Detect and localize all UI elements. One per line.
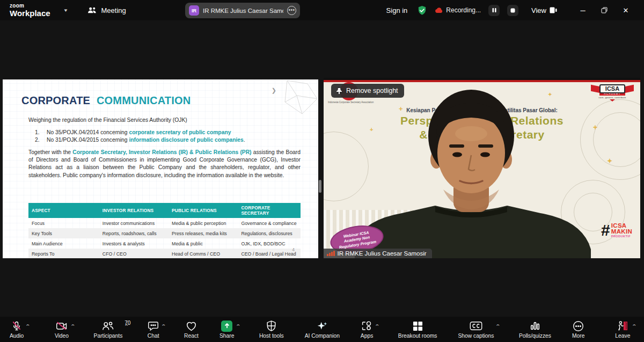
panel-resize-handle[interactable] <box>319 180 321 193</box>
participants-icon <box>101 321 114 332</box>
apps-options-chevron[interactable]: ⌃ <box>375 324 380 329</box>
remove-spotlight-label: Remove spotlight <box>346 87 398 94</box>
zoom-workplace-logo: zoom Workplace <box>10 3 50 17</box>
sign-in-link[interactable]: Sign in <box>386 6 408 14</box>
sparkle-icon: + <box>593 123 597 132</box>
share-button[interactable]: Share <box>216 319 237 340</box>
leave-door-icon <box>617 321 628 332</box>
tab-meeting[interactable]: Meeting <box>87 6 126 14</box>
slide-page-number: 4 <box>292 247 295 252</box>
slide-title-part1: CORPORATE <box>21 94 90 106</box>
polls-quizzes-button[interactable]: Polls/quizzes <box>516 319 554 340</box>
microphone-muted-icon <box>11 321 22 332</box>
chevron-decoration <box>610 99 615 101</box>
icsa-academy-logo: ICSA ACADEMY care, govern, contribute <box>592 84 633 101</box>
minimize-button[interactable]: ─ <box>572 0 594 20</box>
video-frame-red-bar <box>324 78 640 82</box>
regulation-link: information disclosure of public compani… <box>129 137 243 143</box>
list-item: 2. No 31/POJK.04/2015 concerning informa… <box>35 137 301 143</box>
more-button[interactable]: More <box>569 319 588 340</box>
avatar: IR <box>189 5 199 16</box>
apps-button[interactable]: Apps <box>357 319 376 340</box>
slide-intro: Weighing the regulation of the Financial… <box>28 117 301 123</box>
closed-captions-icon <box>470 321 482 332</box>
logo-text-workplace: Workplace <box>10 9 50 17</box>
pause-recording-button[interactable] <box>488 5 500 16</box>
comparison-table: ASPECT INVESTOR RELATIONS PUBLIC RELATIO… <box>28 203 301 258</box>
maximize-button[interactable] <box>594 0 615 20</box>
close-button[interactable]: ✕ <box>615 0 636 20</box>
leave-options-chevron[interactable]: ⌃ <box>632 324 638 329</box>
recording-cloud-icon <box>435 8 443 13</box>
slide-title: CORPORATE COMMUNICATION <box>21 94 191 107</box>
table-row: FocusInvestor communications Media & pub… <box>28 218 301 228</box>
show-captions-button[interactable]: Show captions <box>455 319 497 340</box>
recording-label: Recording... <box>446 6 481 14</box>
apps-icon <box>361 321 372 332</box>
slide-paragraph: Together with the Corporate Secretary, I… <box>28 149 301 179</box>
participants-button[interactable]: Participants 70 <box>91 319 126 340</box>
captions-options-chevron[interactable]: ⌃ <box>495 324 501 329</box>
zoom-app-window: zoom Workplace ▼ Meeting IR IR RMKE Juli… <box>0 0 644 342</box>
polygon-decoration <box>269 79 318 118</box>
chevron-down-icon[interactable]: ▼ <box>63 8 69 13</box>
meeting-tab-label: Meeting <box>101 6 126 14</box>
more-ellipsis-icon <box>573 321 584 332</box>
titlebar-right: Sign in Recording... View <box>386 0 644 20</box>
audio-options-chevron[interactable]: ⌃ <box>25 324 31 329</box>
stop-recording-button[interactable] <box>507 5 518 16</box>
ai-companion-button[interactable]: AI Companion <box>302 319 343 340</box>
regulation-link: corporate secretary of public company <box>129 129 231 135</box>
window-controls: ─ ✕ <box>572 0 636 20</box>
security-shield-icon[interactable] <box>417 5 427 16</box>
speaker-person <box>355 84 591 258</box>
speaker-video-tile[interactable]: Kesiapan Perusahaan Menghadapi Volatilit… <box>324 78 640 258</box>
view-layout-icon <box>550 7 557 13</box>
slide-body: Weighing the regulation of the Financial… <box>28 117 301 179</box>
participants-options-chevron[interactable]: ⌃ <box>124 324 130 329</box>
sparkle-ai-icon <box>317 321 328 332</box>
participant-name-label: IR RMKE Julius Caesar Samosir <box>324 249 432 258</box>
meeting-toolbar: Audio ⌃ Video ⌃ <box>0 317 644 342</box>
heart-icon <box>186 321 197 332</box>
shared-screen-slide: ❯ CORPORATE COMMUNICATION Weighing the r… <box>3 79 318 258</box>
meeting-title: IR RMKE Julius Caesar Samosir's : <box>203 8 283 14</box>
leave-button[interactable]: Leave <box>612 319 633 340</box>
video-options-chevron[interactable]: ⌃ <box>70 324 76 329</box>
polls-chart-icon <box>530 321 540 332</box>
pin-icon <box>336 88 342 94</box>
logo-text-zoom: zoom <box>10 3 50 9</box>
meeting-title-pill[interactable]: IR IR RMKE Julius Caesar Samosir's : ••• <box>185 3 300 18</box>
slide-title-part2: COMMUNICATION <box>97 94 191 106</box>
icsa-watermark-caption: Indonesia Corporate Secretary Associatio… <box>328 101 392 104</box>
sparkle-icon: ✦ <box>607 157 612 165</box>
more-options-icon[interactable]: ••• <box>287 6 296 15</box>
table-row: Key ToolsReports, roadshows, calls Press… <box>28 228 301 238</box>
icsa-makin-produktif-logo: # ICSA MAKIN PRODUKTIF <box>601 222 632 238</box>
next-slide-arrow-icon[interactable]: ❯ <box>272 87 276 94</box>
host-tools-button[interactable]: Host tools <box>256 319 287 340</box>
react-button[interactable]: React <box>181 319 202 340</box>
audio-button[interactable]: Audio <box>6 319 27 340</box>
chat-button[interactable]: Chat <box>144 319 163 340</box>
people-icon <box>87 6 97 14</box>
chat-bubble-icon <box>148 321 159 332</box>
video-button[interactable]: Video <box>52 319 72 340</box>
chat-options-chevron[interactable]: ⌃ <box>160 324 166 329</box>
view-button[interactable]: View <box>531 6 557 14</box>
connection-signal-icon <box>327 251 335 256</box>
share-screen-icon <box>221 321 232 332</box>
list-item: 1. No 35/POJK.04/2014 concerning corpora… <box>35 129 301 135</box>
remove-spotlight-button[interactable]: Remove spotlight <box>331 84 404 98</box>
share-options-chevron[interactable]: ⌃ <box>236 324 241 329</box>
recording-indicator: Recording... <box>435 6 481 14</box>
titlebar: zoom Workplace ▼ Meeting IR IR RMKE Juli… <box>0 0 644 20</box>
camera-muted-icon <box>56 321 68 332</box>
breakout-rooms-icon <box>413 321 423 332</box>
meeting-stage: ❯ CORPORATE COMMUNICATION Weighing the r… <box>0 20 644 317</box>
table-row: Main AudienceInvestors & analysts Media … <box>28 238 301 249</box>
breakout-rooms-button[interactable]: Breakout rooms <box>395 319 441 340</box>
table-header-row: ASPECT INVESTOR RELATIONS PUBLIC RELATIO… <box>28 203 301 218</box>
view-label: View <box>531 6 546 14</box>
participant-name: IR RMKE Julius Caesar Samosir <box>338 250 427 257</box>
